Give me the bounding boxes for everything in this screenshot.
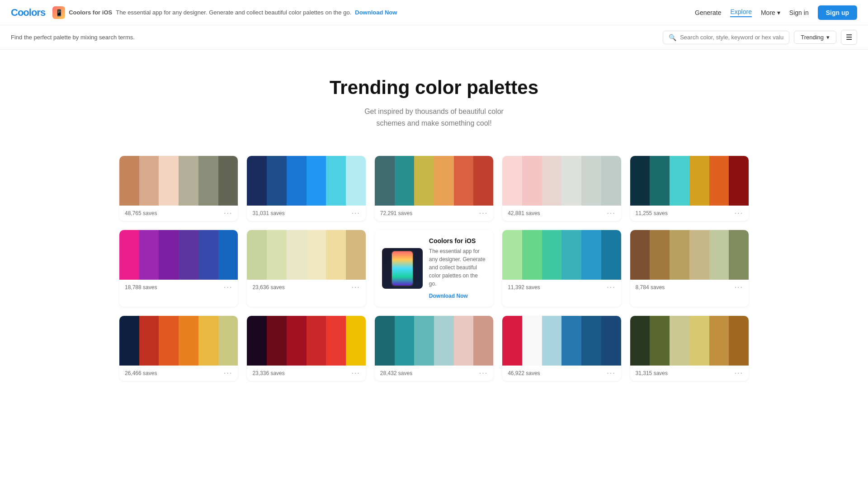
color-swatch (179, 156, 198, 206)
palette-card[interactable]: 48,765 saves ··· (119, 156, 238, 221)
saves-count: 23,336 saves (252, 370, 284, 376)
nav-explore[interactable]: Explore (730, 8, 751, 17)
palette-more-options[interactable]: ··· (224, 283, 232, 291)
color-swatch (287, 230, 307, 280)
nav-generate[interactable]: Generate (695, 9, 721, 16)
palette-more-options[interactable]: ··· (224, 209, 232, 217)
ios-ad-card: Coolors for iOS The essential app for an… (375, 230, 493, 307)
saves-count: 8,784 saves (636, 284, 665, 291)
color-swatch (689, 230, 709, 280)
color-swatch (670, 230, 689, 280)
color-swatch (650, 316, 670, 366)
palette-footer: 23,636 saves ··· (247, 280, 365, 295)
palette-more-options[interactable]: ··· (607, 283, 615, 291)
ios-app-icon: 📱 (52, 6, 65, 19)
color-swatch (729, 316, 749, 366)
navbar: Coolors 📱 Coolors for iOS The essential … (0, 0, 868, 25)
color-swatch (119, 316, 139, 366)
saves-count: 46,922 saves (508, 370, 540, 376)
palette-card[interactable]: 8,784 saves ··· (630, 230, 749, 307)
palette-card[interactable]: 23,636 saves ··· (247, 230, 365, 307)
palette-card[interactable]: 46,922 saves ··· (502, 316, 621, 381)
palette-card[interactable]: 72,291 saves ··· (375, 156, 493, 221)
palette-footer: 11,255 saves ··· (630, 206, 749, 221)
color-swatch (198, 230, 218, 280)
palette-swatches (119, 230, 238, 280)
filter-dropdown[interactable]: Trending ▾ (794, 31, 836, 44)
color-swatch (414, 156, 434, 206)
palette-more-options[interactable]: ··· (479, 369, 488, 377)
color-swatch (307, 230, 326, 280)
color-swatch (709, 230, 729, 280)
ios-download-link[interactable]: Download Now (355, 9, 397, 16)
palette-more-options[interactable]: ··· (735, 209, 743, 217)
palette-footer: 46,922 saves ··· (502, 366, 621, 381)
palette-more-options[interactable]: ··· (735, 283, 743, 291)
color-swatch (670, 156, 689, 206)
nav-more-button[interactable]: More ▾ (761, 9, 780, 16)
palette-card[interactable]: 42,881 saves ··· (502, 156, 621, 221)
hamburger-icon: ☰ (846, 33, 852, 41)
palette-swatches (247, 230, 365, 280)
color-swatch (414, 316, 434, 366)
palette-card[interactable]: 31,315 saves ··· (630, 316, 749, 381)
color-swatch (561, 316, 581, 366)
color-swatch (139, 230, 159, 280)
color-swatch (247, 156, 267, 206)
palette-footer: 42,881 saves ··· (502, 206, 621, 221)
color-swatch (502, 230, 522, 280)
color-swatch (159, 230, 179, 280)
signin-button[interactable]: Sign in (789, 9, 809, 16)
search-container: 🔍 Trending ▾ ☰ (663, 30, 857, 45)
search-input[interactable] (680, 34, 783, 41)
ios-ad-download-link[interactable]: Download Now (429, 293, 468, 299)
saves-count: 23,636 saves (252, 284, 284, 291)
palette-more-options[interactable]: ··· (224, 369, 232, 377)
search-icon: 🔍 (669, 34, 676, 41)
color-swatch (522, 230, 542, 280)
palette-footer: 48,765 saves ··· (119, 206, 238, 221)
signup-button[interactable]: Sign up (818, 5, 857, 20)
palette-more-options[interactable]: ··· (607, 369, 615, 377)
logo[interactable]: Coolors (11, 7, 45, 19)
hero-subtitle: Get inspired by thousands of beautiful c… (11, 106, 857, 129)
palette-swatches (375, 156, 493, 206)
palette-more-options[interactable]: ··· (351, 283, 360, 291)
color-swatch (542, 316, 562, 366)
color-swatch (395, 316, 415, 366)
palette-card[interactable]: 11,392 saves ··· (502, 230, 621, 307)
palette-card[interactable]: 31,031 saves ··· (247, 156, 365, 221)
color-swatch (630, 316, 650, 366)
color-swatch (375, 316, 395, 366)
color-swatch (287, 156, 307, 206)
subtitle-text: Find the perfect palette by mixing searc… (11, 34, 135, 41)
saves-count: 31,031 saves (252, 210, 284, 216)
saves-count: 11,392 saves (508, 284, 540, 291)
palette-card[interactable]: 18,788 saves ··· (119, 230, 238, 307)
color-swatch (601, 316, 621, 366)
palette-swatches (630, 230, 749, 280)
palette-more-options[interactable]: ··· (735, 369, 743, 377)
palette-footer: 11,392 saves ··· (502, 280, 621, 295)
color-swatch (561, 156, 581, 206)
palette-more-options[interactable]: ··· (607, 209, 615, 217)
color-swatch (218, 316, 238, 366)
palette-grid: 48,765 saves ··· 31,031 saves ··· 72,291… (108, 142, 760, 399)
color-swatch (159, 316, 179, 366)
palette-more-options[interactable]: ··· (351, 209, 360, 217)
color-swatch (729, 230, 749, 280)
palette-card[interactable]: 23,336 saves ··· (247, 316, 365, 381)
saves-count: 48,765 saves (125, 210, 157, 216)
palette-card[interactable]: 28,432 saves ··· (375, 316, 493, 381)
filter-chevron-icon: ▾ (826, 34, 830, 41)
color-swatch (729, 156, 749, 206)
palette-swatches (630, 156, 749, 206)
ios-ad-image (382, 248, 423, 289)
palette-more-options[interactable]: ··· (479, 209, 488, 217)
palette-more-options[interactable]: ··· (351, 369, 360, 377)
palette-card[interactable]: 11,255 saves ··· (630, 156, 749, 221)
menu-icon-button[interactable]: ☰ (841, 30, 857, 45)
color-swatch (307, 316, 326, 366)
palette-footer: 26,466 saves ··· (119, 366, 238, 381)
palette-card[interactable]: 26,466 saves ··· (119, 316, 238, 381)
